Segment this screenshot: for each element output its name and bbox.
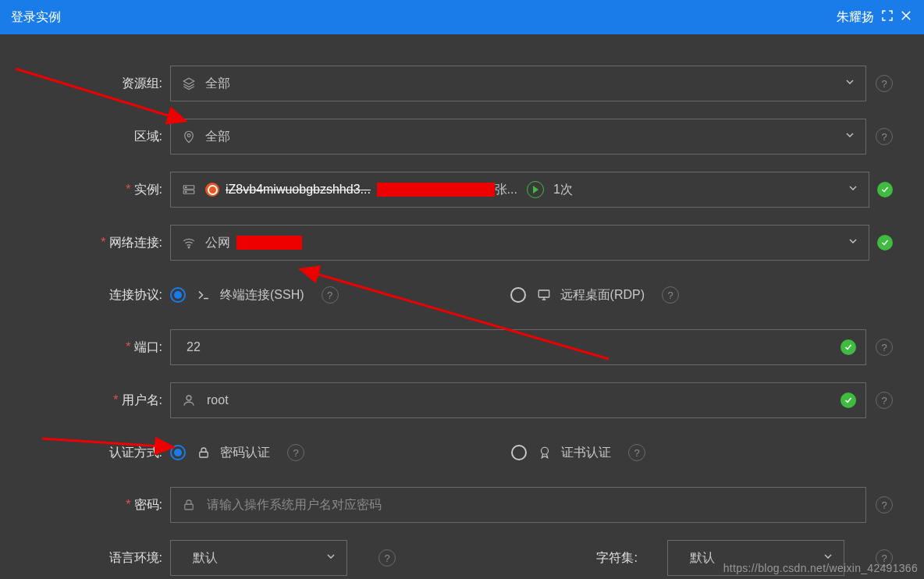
svg-point-7 [187,396,191,400]
help-icon[interactable]: ? [876,75,893,92]
instance-suffix: 张... [495,182,517,198]
lock-icon [180,498,197,512]
lock-icon [195,446,212,460]
chevron-down-icon [847,182,859,197]
svg-point-9 [542,447,549,454]
network-redacted [236,236,302,250]
instance-select[interactable]: iZ8vb4miwuobgbzshhd3... 张... 1次 [170,172,869,208]
username-label: *用户名: [0,393,162,409]
lang-label: 语言环境: [0,550,162,567]
monitor-icon [535,288,553,302]
ubuntu-icon [205,183,219,197]
auth-cert-label: 证书认证 [561,445,611,461]
instance-label: *实例: [0,182,162,198]
chevron-down-icon [325,550,337,566]
help-icon[interactable]: ? [876,496,893,513]
help-icon[interactable]: ? [876,339,893,356]
watermark: https://blog.csdn.net/weixin_42491366 [723,562,918,574]
server-icon [180,183,197,197]
login-form: 资源组: 全部 ? 区域: 全部 [0,34,924,576]
chevron-down-icon [844,129,856,144]
network-value: 公网 [205,235,230,251]
svg-rect-10 [185,504,194,510]
dialog-title: 登录实例 [11,9,61,26]
layers-icon [180,76,197,91]
username-input[interactable] [170,382,866,418]
region-select[interactable]: 全部 [170,119,866,155]
svg-rect-8 [200,452,208,457]
password-input[interactable] [170,487,866,523]
network-label: *网络连接: [0,235,162,251]
status-ok-icon [840,393,856,408]
titlebar: 登录实例 朱耀扬 [0,0,924,34]
protocol-ssh-radio[interactable]: 终端连接(SSH) ? [170,286,339,304]
close-icon[interactable] [899,9,913,26]
password-field[interactable] [207,498,856,512]
charset-label: 字符集: [596,550,637,567]
svg-point-5 [188,247,190,248]
help-icon[interactable]: ? [662,286,679,304]
resource-group-select[interactable]: 全部 [170,66,866,101]
chevron-down-icon [844,76,856,91]
instance-times: 1次 [553,182,573,198]
radio-selected-icon [170,287,186,303]
instance-id: iZ8vb4miwuobgbzshhd3... [226,183,371,197]
protocol-rdp-label: 远程桌面(RDP) [560,287,645,304]
resource-group-label: 资源组: [0,76,162,92]
location-icon [180,130,197,144]
region-label: 区域: [0,129,162,145]
help-icon[interactable]: ? [628,444,645,461]
help-icon[interactable]: ? [876,392,893,409]
lang-value: 默认 [193,550,218,567]
wifi-icon [180,236,197,250]
protocol-ssh-label: 终端连接(SSH) [220,287,304,304]
region-value: 全部 [205,129,230,145]
protocol-label: 连接协议: [0,287,162,304]
lang-select[interactable]: 默认 [170,540,347,576]
help-icon[interactable]: ? [287,444,304,461]
network-select[interactable]: 公网 [170,225,869,261]
auth-password-label: 密码认证 [220,445,270,461]
play-icon [527,181,544,198]
radio-selected-icon [170,445,186,460]
radio-unselected-icon [510,287,526,303]
protocol-rdp-radio[interactable]: 远程桌面(RDP) ? [510,286,679,304]
charset-value: 默认 [690,550,715,567]
password-label: *密码: [0,497,162,513]
help-icon[interactable]: ? [322,286,339,304]
port-label: *端口: [0,339,162,356]
terminal-icon [195,288,212,302]
svg-point-0 [187,134,190,137]
status-ok-icon [877,235,893,250]
svg-point-4 [186,191,187,193]
resource-group-value: 全部 [205,76,230,92]
fullscreen-icon[interactable] [880,9,894,26]
instance-redacted [377,183,495,197]
user-name: 朱耀扬 [837,9,874,26]
help-icon[interactable]: ? [876,128,893,145]
auth-cert-radio[interactable]: 证书认证 ? [511,444,645,461]
help-icon[interactable]: ? [378,549,396,567]
status-ok-icon [840,339,856,355]
radio-unselected-icon [511,445,527,460]
port-input[interactable] [170,329,866,365]
auth-password-radio[interactable]: 密码认证 ? [170,444,304,461]
status-ok-icon [877,182,893,197]
certificate-icon [536,446,553,460]
chevron-down-icon [847,235,859,250]
svg-rect-6 [538,290,549,297]
svg-point-3 [186,186,187,188]
username-field[interactable] [207,393,840,407]
auth-label: 认证方式: [0,445,162,461]
user-icon [180,393,197,407]
port-field[interactable] [187,340,840,354]
